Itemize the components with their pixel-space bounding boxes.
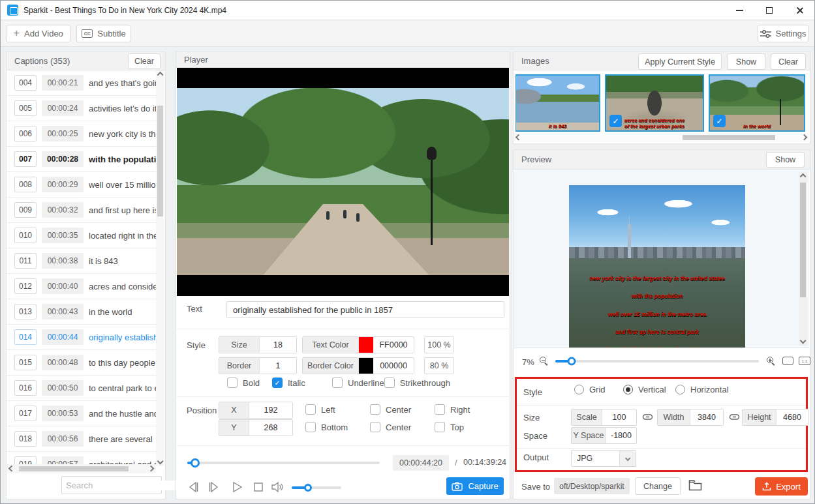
caption-timestamp[interactable]: 00:00:48 (42, 355, 84, 370)
captions-clear-button[interactable]: Clear (128, 53, 161, 69)
thumbnail-checkbox[interactable]: ✓ (609, 115, 622, 127)
caption-text[interactable]: and yes that's going to in (89, 78, 157, 88)
caption-number[interactable]: 007 (14, 151, 37, 167)
caption-timestamp[interactable]: 00:00:53 (42, 406, 84, 421)
caption-number[interactable]: 017 (14, 406, 37, 421)
previous-frame-button[interactable] (185, 479, 202, 496)
scrollbar-thumb[interactable] (800, 183, 806, 297)
caption-text[interactable]: and the hustle and bustle (89, 409, 157, 419)
caption-text[interactable]: located right in the heart (89, 231, 157, 241)
scale-value[interactable]: 100 (602, 409, 636, 425)
caption-number[interactable]: 004 (14, 75, 37, 91)
caption-row[interactable]: 017 00:00:53 and the hustle and bustle (7, 401, 157, 426)
caption-text[interactable]: with the population (89, 155, 157, 164)
caption-timestamp[interactable]: 00:00:28 (42, 151, 84, 167)
apply-current-style-button[interactable]: Apply Current Style (638, 53, 722, 70)
seek-handle[interactable] (191, 458, 200, 467)
caption-number[interactable]: 016 (14, 380, 37, 396)
images-horizontal-scrollbar[interactable] (514, 133, 809, 142)
caption-row[interactable]: 015 00:00:48 to this day people come (7, 350, 157, 376)
caption-row[interactable]: 016 00:00:50 to central park to escape (7, 376, 157, 401)
capture-button[interactable]: Capture (446, 477, 504, 495)
scale-field[interactable]: Scale 100 (571, 409, 637, 426)
minimize-button[interactable] (724, 1, 754, 20)
alignment-checkbox[interactable]: ✓ Right (435, 404, 493, 415)
preview-vertical-scrollbar[interactable] (799, 172, 807, 346)
alignment-checkbox[interactable]: ✓ Center (370, 422, 435, 432)
zoom-handle[interactable] (567, 357, 576, 366)
close-button[interactable] (784, 1, 814, 20)
caption-timestamp[interactable]: 00:00:25 (42, 126, 84, 141)
layout-style-radio[interactable]: Vertical (623, 385, 675, 394)
layout-style-radio[interactable]: Grid (574, 385, 623, 394)
images-show-button[interactable]: Show (727, 53, 765, 70)
image-thumbnail[interactable]: acres and considered one of the largest … (605, 74, 704, 132)
output-format-dropdown[interactable]: JPG (571, 450, 636, 467)
alignment-checkbox[interactable]: ✓ Center (370, 404, 435, 415)
scroll-right-arrow[interactable] (147, 464, 156, 473)
caption-timestamp[interactable]: 00:00:44 (42, 329, 84, 345)
caption-number[interactable]: 009 (14, 202, 37, 218)
caption-text[interactable]: in the world (89, 307, 132, 317)
caption-text[interactable]: and first up here is centra (89, 205, 157, 215)
caption-search-input[interactable] (62, 481, 185, 490)
folder-icon[interactable] (688, 479, 702, 491)
seek-slider[interactable] (187, 462, 380, 464)
zoom-in-button[interactable] (767, 357, 776, 366)
size-value[interactable]: 18 (260, 337, 296, 353)
height-value[interactable]: 4680 (777, 409, 808, 425)
scrollbar-thumb[interactable] (683, 135, 775, 140)
text-color-swatch[interactable] (359, 337, 373, 353)
caption-number[interactable]: 008 (14, 177, 37, 192)
caption-number[interactable]: 006 (14, 126, 37, 141)
dropdown-arrow[interactable] (619, 451, 636, 466)
caption-number[interactable]: 005 (14, 100, 37, 116)
caption-row[interactable]: 006 00:00:25 new york city is the large (7, 121, 157, 147)
height-field[interactable]: Height 4680 (742, 409, 808, 426)
y-value[interactable]: 268 (249, 420, 292, 436)
preview-viewport[interactable]: new york city is the largest city in the… (514, 170, 809, 348)
caption-timestamp[interactable]: 00:00:40 (42, 278, 84, 294)
caption-row[interactable]: 005 00:00:24 activities let's do it (7, 96, 157, 121)
format-checkbox[interactable]: ✓ Italic (272, 378, 332, 388)
scroll-left-arrow[interactable] (514, 133, 523, 142)
position-y-field[interactable]: Y 268 (219, 419, 293, 436)
images-clear-button[interactable]: Clear (771, 53, 806, 70)
add-video-button[interactable]: + Add Video (6, 25, 70, 42)
border-value[interactable]: 1 (260, 358, 296, 374)
subtitle-button[interactable]: CC Subtitle (76, 25, 131, 42)
image-thumbnail[interactable]: it is 843 ✓ (515, 74, 600, 132)
alignment-checkbox[interactable]: ✓ Top (435, 422, 493, 432)
format-checkbox[interactable]: ✓ Strikethrough (384, 378, 450, 388)
thumbnail-checkbox[interactable]: ✓ (713, 115, 726, 127)
caption-row[interactable]: 008 00:00:29 well over 15 million in the (7, 172, 157, 198)
caption-number[interactable]: 012 (14, 278, 37, 294)
fit-screen-button[interactable] (782, 357, 793, 365)
captions-horizontal-scrollbar[interactable] (7, 464, 156, 473)
caption-timestamp[interactable]: 00:00:43 (42, 304, 84, 319)
preview-show-button[interactable]: Show (766, 152, 805, 168)
y-space-field[interactable]: Y Space -1800 (571, 427, 637, 444)
caption-text[interactable]: acres and considered one (89, 282, 157, 291)
caption-row[interactable]: 014 00:00:44 originally established for (7, 325, 157, 350)
border-color-opacity[interactable]: 80 % (424, 357, 454, 374)
caption-number[interactable]: 014 (14, 329, 37, 345)
caption-text[interactable]: new york city is the large (89, 129, 157, 139)
width-field[interactable]: Width 3840 (657, 409, 724, 426)
zoom-out-button[interactable] (540, 357, 549, 366)
next-frame-button[interactable] (205, 479, 222, 496)
format-checkbox[interactable]: ✓ Bold (227, 378, 272, 388)
caption-number[interactable]: 011 (14, 253, 37, 269)
subtitle-text-input[interactable] (226, 301, 504, 318)
scrollbar-thumb[interactable] (19, 466, 129, 471)
caption-text[interactable]: to central park to escape (89, 383, 157, 393)
caption-row[interactable]: 007 00:00:28 with the population (7, 147, 157, 172)
text-color-hex[interactable]: FF0000 (373, 337, 414, 353)
export-button[interactable]: Export (755, 477, 808, 496)
change-path-button[interactable]: Change (635, 477, 681, 495)
caption-row[interactable]: 004 00:00:21 and yes that's going to in (7, 70, 157, 96)
caption-text[interactable]: activities let's do it (89, 104, 157, 113)
play-button[interactable] (228, 479, 245, 496)
image-thumbnail[interactable]: in the world ✓ (709, 74, 805, 132)
caption-timestamp[interactable]: 00:00:56 (42, 431, 84, 447)
